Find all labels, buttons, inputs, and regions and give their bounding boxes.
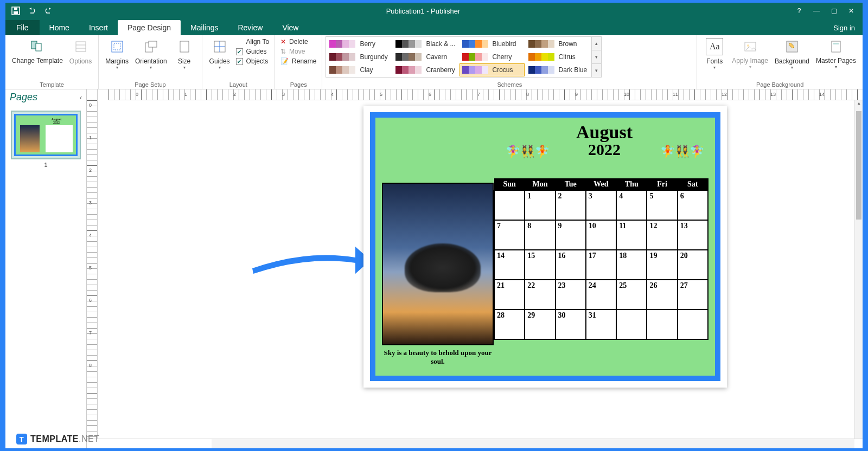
undo-icon[interactable] — [27, 6, 37, 16]
scheme-bluebird[interactable]: Bluebird — [460, 38, 524, 50]
move-page-button[interactable]: ⇅Move — [278, 47, 318, 56]
calendar-cell[interactable]: 13 — [678, 220, 708, 250]
scroll-up-icon[interactable]: ▴ — [855, 100, 863, 109]
change-template-button[interactable]: Change Template — [9, 36, 66, 66]
tab-review[interactable]: Review — [228, 20, 272, 35]
calendar-cell[interactable]: 2 — [556, 190, 586, 220]
photo-caption[interactable]: Sky is a beauty to behold upon your soul… — [382, 349, 494, 366]
guides-button[interactable]: Guides▾ — [206, 36, 234, 72]
tab-page-design[interactable]: Page Design — [118, 20, 181, 35]
calendar-cell[interactable]: 8 — [525, 220, 555, 250]
calendar-cell[interactable]: 1 — [525, 190, 555, 220]
tab-view[interactable]: View — [272, 20, 308, 35]
calendar-cell[interactable]: 14 — [494, 250, 525, 280]
calendar-cell[interactable] — [616, 310, 647, 339]
calendar-cell[interactable]: 31 — [586, 310, 616, 339]
calendar-cell[interactable]: 27 — [678, 280, 708, 310]
tab-home[interactable]: Home — [40, 20, 79, 35]
calendar-cell[interactable]: 18 — [616, 250, 647, 280]
calendar-cell[interactable]: 3 — [586, 190, 616, 220]
scheme-burgundy[interactable]: Burgundy — [327, 51, 391, 63]
delete-page-button[interactable]: ✕Delete — [278, 37, 318, 46]
sign-in-link[interactable]: Sign in — [826, 21, 863, 35]
calendar-cell[interactable]: 17 — [586, 250, 616, 280]
scheme-citrus[interactable]: Citrus — [526, 51, 590, 63]
options-button[interactable]: Options — [66, 36, 95, 67]
publication-page[interactable]: August 2022 🧚‍♀️👯‍♀️🧚 🧚👯‍♀️🧚‍♀️ Sky is a… — [363, 106, 727, 388]
calendar-cell[interactable]: 29 — [525, 310, 555, 339]
redo-icon[interactable] — [43, 6, 53, 16]
swatch-strip — [395, 40, 422, 48]
calendar-cell[interactable]: 11 — [616, 220, 647, 250]
calendar-cell[interactable] — [678, 310, 708, 339]
scroll-up-icon[interactable]: ▴ — [592, 37, 601, 50]
calendar-cell[interactable]: 30 — [556, 310, 586, 339]
background-button[interactable]: Background▾ — [771, 36, 813, 72]
page-thumbnail[interactable]: August2022 — [11, 111, 81, 159]
vertical-scrollbar[interactable]: ▴ — [854, 100, 863, 439]
apply-image-icon — [742, 38, 759, 55]
size-button[interactable]: Size▾ — [170, 36, 199, 72]
objects-checkbox[interactable]: ✔Objects — [234, 57, 271, 66]
master-pages-icon — [827, 38, 845, 55]
scheme-clay[interactable]: Clay — [327, 64, 391, 76]
calendar-photo[interactable] — [382, 183, 494, 345]
collapse-panel-icon[interactable]: ‹ — [80, 94, 82, 101]
calendar-cell[interactable]: 5 — [647, 190, 677, 220]
close-icon[interactable]: ✕ — [847, 7, 855, 15]
schemes-scroll[interactable]: ▴ ▾ ▾ — [592, 36, 602, 78]
apply-image-button[interactable]: Apply Image▾ — [729, 36, 771, 71]
calendar-cell[interactable]: 25 — [616, 280, 647, 310]
calendar-cell[interactable]: 28 — [494, 310, 525, 339]
window-title: Publication1 - Publisher — [59, 7, 788, 15]
swatch-strip — [329, 40, 355, 48]
group-page-setup-label: Page Setup — [102, 80, 198, 89]
calendar-cell[interactable]: 4 — [616, 190, 647, 220]
orientation-button[interactable]: Orientation▾ — [132, 36, 170, 72]
calendar-cell[interactable]: 26 — [647, 280, 677, 310]
rename-page-button[interactable]: 📝Rename — [278, 57, 318, 66]
scheme-cranberry[interactable]: Cranberry — [393, 64, 457, 76]
guides-checkbox[interactable]: ✔Guides — [234, 47, 271, 56]
scheme-cavern[interactable]: Cavern — [393, 51, 457, 63]
calendar-cell[interactable]: 7 — [494, 220, 525, 250]
calendar-cell[interactable]: 23 — [556, 280, 586, 310]
master-pages-button[interactable]: Master Pages▾ — [813, 36, 859, 71]
calendar-month: August — [500, 122, 709, 143]
fonts-button[interactable]: Aa Fonts▾ — [700, 36, 729, 72]
calendar-cell[interactable]: 20 — [678, 250, 708, 280]
calendar-cell[interactable] — [494, 190, 525, 220]
calendar-cell[interactable]: 19 — [647, 250, 677, 280]
canvas[interactable]: August 2022 🧚‍♀️👯‍♀️🧚 🧚👯‍♀️🧚‍♀️ Sky is a… — [98, 100, 863, 439]
calendar-cell[interactable]: 24 — [586, 280, 616, 310]
scheme-brown[interactable]: Brown — [526, 38, 590, 50]
save-icon[interactable] — [11, 6, 21, 16]
margins-button[interactable]: Margins▾ — [102, 36, 132, 72]
calendar-cell[interactable]: 15 — [525, 250, 555, 280]
calendar-cell[interactable]: 22 — [525, 280, 555, 310]
tab-mailings[interactable]: Mailings — [181, 20, 228, 35]
calendar-cell[interactable]: 16 — [556, 250, 586, 280]
maximize-icon[interactable]: ▢ — [830, 7, 838, 15]
scheme-cherry[interactable]: Cherry — [460, 51, 524, 63]
calendar-cell[interactable]: 21 — [494, 280, 525, 310]
scheme-black-[interactable]: Black & ... — [393, 38, 457, 50]
calendar-cell[interactable] — [647, 310, 677, 339]
calendar-cell[interactable]: 10 — [586, 220, 616, 250]
schemes-gallery[interactable]: BerryBlack & ...BluebirdBrownBurgundyCav… — [326, 36, 591, 78]
calendar-cell[interactable]: 9 — [556, 220, 586, 250]
scheme-dark-blue[interactable]: Dark Blue — [526, 64, 590, 76]
horizontal-scrollbar[interactable] — [87, 439, 863, 448]
gallery-more-icon[interactable]: ▾ — [592, 64, 601, 77]
calendar-grid[interactable]: SunMonTueWedThuFriSat 123456789101112131… — [494, 178, 709, 340]
calendar-cell[interactable]: 6 — [678, 190, 708, 220]
scheme-crocus[interactable]: Crocus — [460, 64, 524, 76]
tab-insert[interactable]: Insert — [79, 20, 118, 35]
tab-file[interactable]: File — [5, 20, 40, 35]
minimize-icon[interactable]: — — [813, 7, 820, 15]
scroll-down-icon[interactable]: ▾ — [592, 50, 601, 64]
scheme-berry[interactable]: Berry — [327, 38, 391, 50]
scheme-label: Cavern — [426, 53, 447, 61]
calendar-cell[interactable]: 12 — [647, 220, 677, 250]
help-icon[interactable]: ? — [795, 7, 803, 15]
